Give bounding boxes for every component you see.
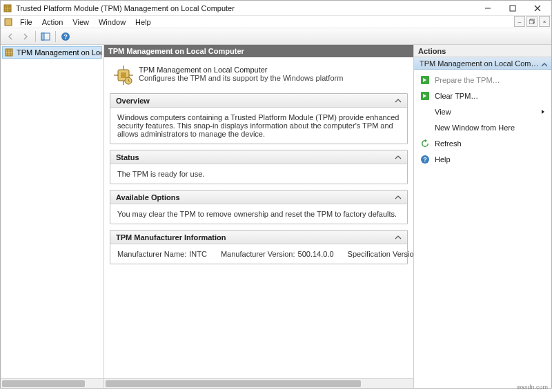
help-icon: ? <box>420 154 431 165</box>
menu-action[interactable]: Action <box>38 17 68 27</box>
system-icon[interactable] <box>3 17 13 27</box>
svg-rect-2 <box>510 6 515 11</box>
action-label: Help <box>435 155 451 164</box>
titlebar: Trusted Platform Module (TPM) Management… <box>1 1 551 16</box>
options-panel: Available Options You may clear the TPM … <box>110 190 408 224</box>
back-button <box>3 30 17 43</box>
status-body: The TPM is ready for use. <box>110 164 407 184</box>
actions-subheader[interactable]: TPM Management on Local Computer <box>414 57 551 70</box>
action-clear-tpm[interactable]: Clear TPM… <box>415 88 550 104</box>
actions-pane: Actions TPM Management on Local Computer… <box>413 45 551 388</box>
svg-rect-5 <box>529 20 533 24</box>
collapse-icon <box>395 97 402 104</box>
options-title: Available Options <box>116 193 180 202</box>
status-panel: Status The TPM is ready for use. <box>110 150 408 184</box>
action-new-window[interactable]: New Window from Here <box>415 120 550 135</box>
actions-header: Actions <box>414 45 551 57</box>
mmc-window: Trusted Platform Module (TPM) Management… <box>0 0 552 389</box>
details-header: TPM Management on Local Computer <box>104 45 413 57</box>
svg-text:?: ? <box>63 33 68 40</box>
mfg-spec-label: Specification Version: <box>348 250 413 258</box>
minimize-button[interactable] <box>475 1 500 15</box>
intro-title: TPM Management on Local Computer <box>139 66 343 74</box>
collapse-icon <box>395 234 402 241</box>
action-refresh[interactable]: Refresh <box>415 136 550 151</box>
close-button[interactable] <box>525 1 550 15</box>
mfg-version-value: 500.14.0.0 <box>298 250 334 258</box>
action-label: Refresh <box>435 139 462 148</box>
mfg-body: Manufacturer Name:INTC Manufacturer Vers… <box>110 244 407 264</box>
intro-block: TPM Management on Local Computer Configu… <box>110 63 408 88</box>
tree-scrollbar[interactable] <box>1 378 103 388</box>
blank-icon <box>420 106 431 117</box>
action-label: Clear TPM… <box>435 92 478 100</box>
svg-rect-12 <box>121 72 126 78</box>
tpm-chip-icon <box>114 66 133 85</box>
options-header[interactable]: Available Options <box>110 190 407 204</box>
mfg-panel: TPM Manufacturer Information Manufacture… <box>110 230 408 264</box>
details-scrollbar[interactable] <box>104 378 413 388</box>
tree-item-label: TPM Management on Local Compu <box>17 48 102 57</box>
tpm-app-icon <box>2 3 13 14</box>
overview-body: Windows computers containing a Trusted P… <box>110 108 407 144</box>
mdi-restore-button[interactable] <box>526 16 538 27</box>
mdi-buttons: – × <box>514 16 550 27</box>
intro-subtitle: Configures the TPM and its support by th… <box>139 74 343 82</box>
help-button[interactable]: ? <box>59 30 72 43</box>
overview-header[interactable]: Overview <box>110 94 407 108</box>
action-label: Prepare the TPM… <box>435 76 500 84</box>
mfg-name-label: Manufacturer Name: <box>117 250 186 258</box>
intro-text: TPM Management on Local Computer Configu… <box>139 66 343 82</box>
arrow-right-green-icon <box>420 90 431 101</box>
watermark: wsxdn.com <box>517 384 548 391</box>
menu-help[interactable]: Help <box>131 17 155 27</box>
svg-rect-10 <box>6 49 12 56</box>
details-pane: TPM Management on Local Computer TPM Man… <box>104 45 413 388</box>
content-area: TPM Management on Local Compu TPM Manage… <box>1 45 551 388</box>
toolbar-separator-2 <box>55 31 56 42</box>
mfg-name-value: INTC <box>189 250 207 258</box>
status-header[interactable]: Status <box>110 150 407 164</box>
svg-rect-7 <box>41 33 44 40</box>
menu-window[interactable]: Window <box>95 17 130 27</box>
actions-list: Prepare the TPM… Clear TPM… View New Win… <box>414 70 551 170</box>
window-buttons <box>475 1 550 15</box>
svg-text:?: ? <box>423 156 427 163</box>
tpm-node-icon <box>4 48 14 57</box>
options-body: You may clear the TPM to remove ownershi… <box>110 204 407 224</box>
maximize-button[interactable] <box>500 1 525 15</box>
mfg-title: TPM Manufacturer Information <box>116 233 226 242</box>
details-body: TPM Management on Local Computer Configu… <box>104 57 413 378</box>
action-label: View <box>435 108 451 116</box>
svg-rect-3 <box>5 19 12 26</box>
actions-subheader-label: TPM Management on Local Computer <box>420 59 542 68</box>
blank-icon <box>420 122 431 133</box>
overview-panel: Overview Windows computers containing a … <box>110 93 408 144</box>
show-hide-tree-button[interactable] <box>39 30 52 43</box>
menu-view[interactable]: View <box>68 17 93 27</box>
collapse-up-icon <box>542 61 547 66</box>
tree-pane: TPM Management on Local Compu <box>1 45 104 388</box>
toolbar: ? <box>1 28 551 45</box>
submenu-arrow-icon <box>540 108 546 116</box>
mdi-close-button[interactable]: × <box>539 16 550 27</box>
mfg-version-label: Manufacturer Version: <box>221 250 295 258</box>
action-view[interactable]: View <box>415 104 550 119</box>
mdi-minimize-button[interactable]: – <box>514 16 525 27</box>
arrow-right-green-icon <box>420 75 431 86</box>
tree-item-tpm-root[interactable]: TPM Management on Local Compu <box>2 46 102 59</box>
tree: TPM Management on Local Compu <box>1 45 103 378</box>
status-title: Status <box>116 153 139 161</box>
mfg-header[interactable]: TPM Manufacturer Information <box>110 231 407 244</box>
menubar: File Action View Window Help – × <box>1 16 551 28</box>
action-help[interactable]: ? Help <box>415 152 550 167</box>
action-label: New Window from Here <box>435 124 515 132</box>
overview-title: Overview <box>116 97 150 105</box>
action-prepare-tpm: Prepare the TPM… <box>415 72 550 88</box>
forward-button <box>19 30 32 43</box>
window-title: Trusted Platform Module (TPM) Management… <box>16 4 475 12</box>
menu-file[interactable]: File <box>16 17 37 27</box>
refresh-icon <box>420 138 431 149</box>
collapse-icon <box>395 154 402 161</box>
svg-rect-0 <box>4 5 11 12</box>
